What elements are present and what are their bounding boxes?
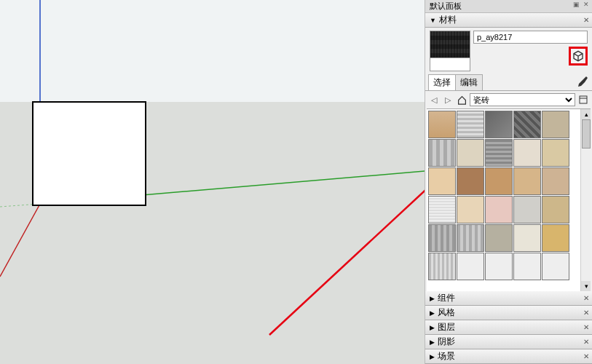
material-name-input[interactable] [473,31,588,44]
material-swatch[interactable] [485,167,513,195]
svg-rect-9 [580,96,587,103]
section-label: 组件 [438,292,455,304]
material-swatch[interactable] [513,196,541,223]
material-swatch[interactable] [485,111,513,138]
material-swatch[interactable] [457,253,484,280]
tab-edit[interactable]: 编辑 [455,74,483,90]
material-swatch[interactable] [542,139,569,167]
tray-title-bar[interactable]: 默认面板 ▣ ✕ [425,0,592,13]
scroll-up-button[interactable]: ▴ [581,109,591,119]
create-material-button[interactable] [569,47,588,66]
section-close-icon[interactable]: ✕ [583,16,589,24]
tab-select[interactable]: 选择 [428,74,456,90]
material-swatch[interactable] [428,167,456,195]
section-close-icon[interactable]: ✕ [583,323,589,331]
material-swatch[interactable] [428,224,456,252]
library-select[interactable]: 瓷砖 [470,93,575,106]
material-swatch[interactable] [513,167,541,195]
materials-panel-body: 选择 编辑 ◁ ▷ 瓷砖 [425,28,592,291]
material-swatch[interactable] [457,111,484,138]
material-swatch[interactable] [513,139,541,167]
current-material-swatch[interactable] [430,31,470,71]
material-swatch[interactable] [513,253,541,280]
material-swatch[interactable] [542,196,569,223]
library-menu-button[interactable] [577,94,589,106]
caret-down-icon: ▼ [430,17,436,24]
material-swatch[interactable] [457,196,484,223]
caret-right-icon: ▶ [430,353,435,360]
material-swatch[interactable] [485,224,513,252]
section-shadows-header[interactable]: ▶ 阴影 ✕ [425,335,592,349]
section-styles-header[interactable]: ▶ 风格 ✕ [425,306,592,320]
pin-icon[interactable]: ▣ [572,0,580,9]
nav-home-button[interactable] [456,94,467,106]
material-swatch[interactable] [542,224,569,252]
caret-right-icon: ▶ [430,309,435,317]
viewport-3d[interactable] [0,0,425,364]
nav-back-button[interactable]: ◁ [428,94,440,106]
section-label: 场景 [438,350,455,363]
material-swatch[interactable] [485,139,513,167]
material-swatch[interactable] [542,111,569,138]
scroll-down-button[interactable]: ▾ [581,281,591,291]
material-swatch[interactable] [542,167,569,195]
section-close-icon[interactable]: ✕ [583,294,589,302]
material-swatch[interactable] [457,167,484,195]
section-label: 阴影 [438,336,455,348]
caret-right-icon: ▶ [430,324,435,331]
material-swatch[interactable] [513,111,541,138]
section-label: 图层 [438,321,455,333]
material-swatch[interactable] [485,253,513,280]
nav-forward-button[interactable]: ▷ [442,94,454,106]
scroll-thumb[interactable] [582,119,591,149]
section-label: 材料 [439,14,457,26]
section-label: 风格 [438,306,455,319]
material-swatch[interactable] [457,139,484,167]
material-swatch[interactable] [428,139,456,167]
material-thumbnail-grid [427,109,591,282]
eyedropper-icon[interactable] [577,76,589,88]
section-close-icon[interactable]: ✕ [583,352,589,360]
material-swatch[interactable] [485,196,513,223]
section-components-header[interactable]: ▶ 组件 ✕ [425,291,592,306]
material-swatch[interactable] [542,253,569,280]
material-swatch[interactable] [428,111,456,138]
tray-title: 默认面板 [430,1,462,12]
material-swatch[interactable] [428,196,456,223]
section-materials-header[interactable]: ▼ 材料 ✕ [425,13,592,28]
default-tray-panel: 默认面板 ▣ ✕ ▼ 材料 ✕ 选择 编辑 [425,0,592,364]
svg-rect-6 [33,102,146,205]
material-swatch[interactable] [513,224,541,252]
caret-right-icon: ▶ [430,339,435,346]
svg-rect-0 [0,0,425,102]
caret-right-icon: ▶ [430,295,435,302]
material-swatch[interactable] [457,224,484,252]
section-layers-header[interactable]: ▶ 图层 ✕ [425,320,592,335]
section-close-icon[interactable]: ✕ [583,338,589,346]
material-swatch[interactable] [428,253,456,280]
close-icon[interactable]: ✕ [582,0,591,9]
grid-scrollbar[interactable]: ▴ ▾ [580,109,591,291]
section-close-icon[interactable]: ✕ [583,309,589,317]
section-scenes-header[interactable]: ▶ 场景 ✕ [425,349,592,364]
